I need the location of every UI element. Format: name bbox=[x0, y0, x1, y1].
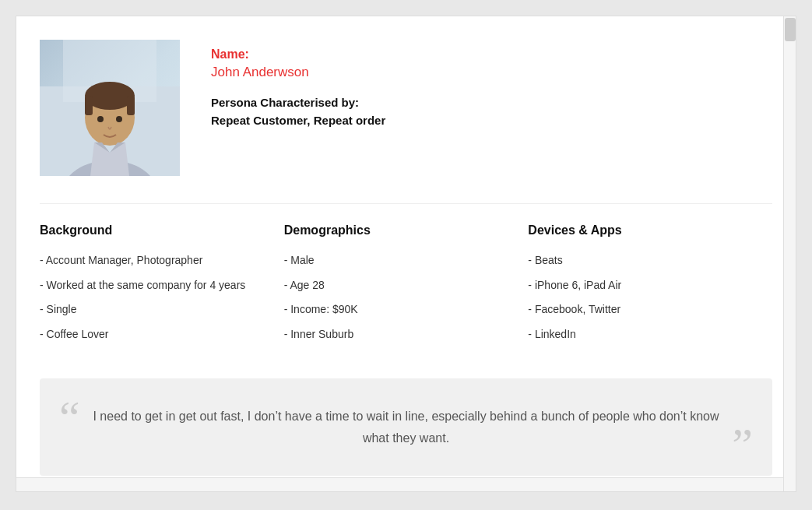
svg-rect-8 bbox=[85, 96, 93, 115]
info-sections: Background - Account Manager, Photograph… bbox=[40, 203, 772, 351]
demographics-list: - Male- Age 28- Income: $90K- Inner Subu… bbox=[284, 253, 529, 342]
list-item: - Beats bbox=[528, 253, 772, 269]
quote-text: I need to get in get out fast, I don’t h… bbox=[86, 406, 726, 448]
list-item: - iPhone 6, iPad Air bbox=[528, 278, 772, 294]
devices-list: - Beats- iPhone 6, iPad Air- Facebook, T… bbox=[528, 253, 772, 342]
scrollbar[interactable] bbox=[783, 16, 796, 491]
devices-title: Devices & Apps bbox=[528, 223, 772, 237]
devices-section: Devices & Apps - Beats- iPhone 6, iPad A… bbox=[528, 223, 772, 351]
profile-info: Name: John Anderwson Persona Characteris… bbox=[211, 40, 385, 127]
name-value: John Anderwson bbox=[211, 65, 385, 80]
list-item: - Single bbox=[40, 302, 284, 318]
profile-header: Name: John Anderwson Persona Characteris… bbox=[40, 40, 772, 176]
quote-open-icon: “ bbox=[59, 394, 80, 441]
list-item: - Facebook, Twitter bbox=[528, 302, 772, 318]
demographics-title: Demographics bbox=[284, 223, 529, 237]
persona-label: Persona Characterised by: bbox=[211, 96, 385, 109]
list-item: - Age 28 bbox=[284, 278, 529, 294]
list-item: - Worked at the same company for 4 years bbox=[40, 278, 284, 294]
background-section: Background - Account Manager, Photograph… bbox=[40, 223, 284, 351]
demographics-section: Demographics - Male- Age 28- Income: $90… bbox=[284, 223, 529, 351]
name-label: Name: bbox=[211, 47, 385, 62]
scrollbar-thumb[interactable] bbox=[785, 18, 796, 41]
list-item: - Male bbox=[284, 253, 529, 269]
persona-value: Repeat Customer, Repeat order bbox=[211, 114, 385, 127]
background-list: - Account Manager, Photographer- Worked … bbox=[40, 253, 284, 342]
list-item: - LinkedIn bbox=[528, 327, 772, 343]
list-item: - Inner Suburb bbox=[284, 327, 529, 343]
quote-close-icon: ” bbox=[732, 421, 753, 468]
background-title: Background bbox=[40, 223, 284, 237]
list-item: - Account Manager, Photographer bbox=[40, 253, 284, 269]
svg-point-10 bbox=[97, 116, 104, 122]
svg-rect-9 bbox=[127, 96, 135, 115]
list-item: - Coffee Lover bbox=[40, 327, 284, 343]
svg-point-11 bbox=[116, 116, 122, 122]
profile-card: Name: John Anderwson Persona Characteris… bbox=[16, 16, 796, 492]
avatar bbox=[40, 40, 180, 176]
bottom-scrollbar[interactable] bbox=[16, 477, 783, 491]
list-item: - Income: $90K bbox=[284, 302, 529, 318]
quote-box: “ I need to get in get out fast, I don’t… bbox=[40, 378, 772, 475]
